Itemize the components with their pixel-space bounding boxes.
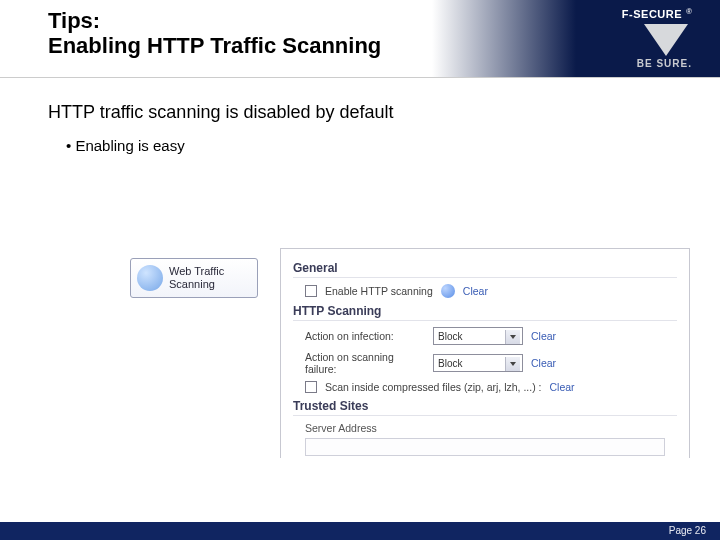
web-traffic-scanning-label: Web Traffic Scanning	[169, 265, 224, 290]
clear-link-infection[interactable]: Clear	[531, 330, 556, 342]
btn-line2: Scanning	[169, 278, 215, 290]
action-failure-value: Block	[438, 358, 462, 369]
clear-link-compressed[interactable]: Clear	[550, 381, 575, 393]
info-icon[interactable]	[441, 284, 455, 298]
row-action-infection: Action on infection: Block Clear	[293, 327, 677, 345]
brand-name: F-SECURE	[622, 8, 682, 20]
section-general: General	[293, 261, 677, 278]
compressed-checkbox[interactable]	[305, 381, 317, 393]
action-infection-value: Block	[438, 331, 462, 342]
bullet-enabling: Enabling is easy	[48, 137, 672, 154]
action-infection-select[interactable]: Block	[433, 327, 523, 345]
slide-header: Tips: Enabling HTTP Traffic Scanning F-S…	[0, 0, 720, 78]
action-failure-label: Action on scanning failure:	[305, 351, 425, 375]
globe-icon	[137, 265, 163, 291]
row-enable-http: Enable HTTP scanning Clear	[293, 284, 677, 298]
page-number: Page 26	[669, 525, 706, 536]
action-infection-label: Action on infection:	[305, 330, 425, 342]
settings-panel: General Enable HTTP scanning Clear HTTP …	[280, 248, 690, 458]
row-action-failure: Action on scanning failure: Block Clear	[293, 351, 677, 375]
enable-http-checkbox[interactable]	[305, 285, 317, 297]
action-failure-select[interactable]: Block	[433, 354, 523, 372]
web-traffic-scanning-button[interactable]: Web Traffic Scanning	[130, 258, 258, 298]
section-trusted-sites: Trusted Sites	[293, 399, 677, 416]
triangle-icon	[644, 24, 688, 56]
brand-tagline: BE SURE.	[582, 58, 692, 69]
slide-footer: Page 26	[0, 522, 720, 540]
clear-link-general[interactable]: Clear	[463, 285, 488, 297]
screenshot-area: Web Traffic Scanning General Enable HTTP…	[130, 248, 690, 458]
subheading: HTTP traffic scanning is disabled by def…	[48, 102, 672, 123]
clear-link-failure[interactable]: Clear	[531, 357, 556, 369]
btn-line1: Web Traffic	[169, 265, 224, 277]
section-http-scanning: HTTP Scanning	[293, 304, 677, 321]
brand-triangle-wrap	[582, 24, 692, 56]
brand-logo-block: F-SECURE ® BE SURE.	[582, 8, 692, 69]
brand-registered: ®	[686, 7, 692, 16]
row-compressed: Scan inside compressed files (zip, arj, …	[293, 381, 677, 393]
slide-body: HTTP traffic scanning is disabled by def…	[0, 78, 720, 154]
column-server-address: Server Address	[293, 422, 677, 434]
title-line1: Tips:	[48, 8, 100, 33]
server-address-list[interactable]	[305, 438, 665, 456]
compressed-label: Scan inside compressed files (zip, arj, …	[325, 381, 542, 393]
brand-name-row: F-SECURE ®	[582, 8, 692, 20]
title-line2: Enabling HTTP Traffic Scanning	[48, 33, 381, 58]
enable-http-label: Enable HTTP scanning	[325, 285, 433, 297]
